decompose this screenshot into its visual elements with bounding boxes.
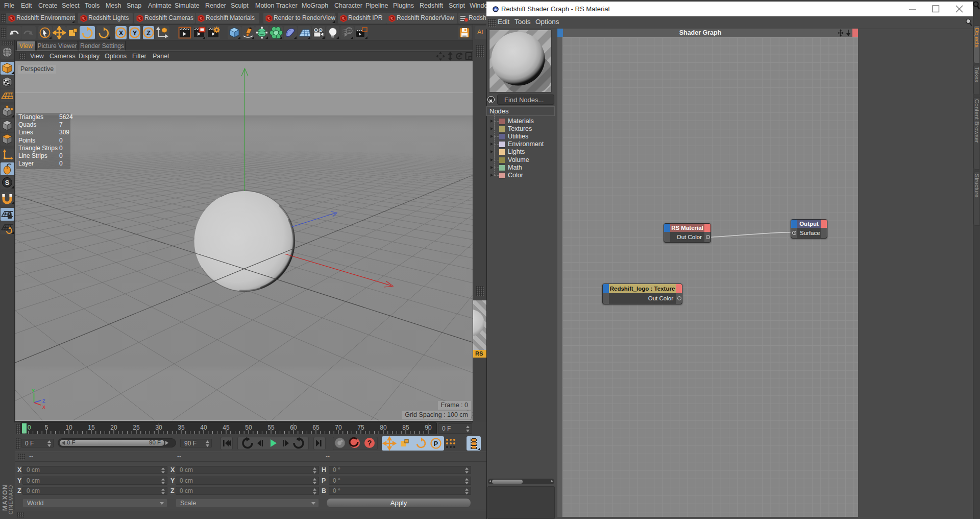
- svg-text:70: 70: [335, 424, 342, 431]
- svg-text:55: 55: [267, 424, 275, 431]
- svg-text:5: 5: [45, 424, 48, 431]
- svg-text:20: 20: [110, 424, 117, 431]
- svg-text:10: 10: [65, 424, 72, 431]
- svg-text:40: 40: [200, 424, 207, 431]
- svg-text:Z: Z: [42, 398, 45, 404]
- svg-text:85: 85: [402, 424, 409, 431]
- svg-text:60: 60: [290, 424, 297, 431]
- svg-text:Y: Y: [133, 29, 137, 37]
- svg-text:S: S: [5, 179, 10, 186]
- svg-text:80: 80: [380, 424, 387, 431]
- svg-text:Y: Y: [32, 388, 35, 393]
- svg-text:75: 75: [357, 424, 364, 431]
- svg-text:?: ?: [368, 439, 372, 447]
- svg-text:P: P: [434, 440, 438, 447]
- svg-text:30: 30: [155, 424, 162, 431]
- svg-text:25: 25: [133, 424, 140, 431]
- svg-text:X: X: [119, 29, 124, 37]
- svg-text:X: X: [42, 405, 45, 410]
- svg-text:0: 0: [28, 424, 31, 431]
- svg-text:35: 35: [178, 424, 185, 431]
- svg-text:45: 45: [223, 424, 230, 431]
- svg-text:50: 50: [245, 424, 252, 431]
- svg-text:90: 90: [425, 424, 432, 431]
- svg-text:15: 15: [88, 424, 95, 431]
- svg-text:65: 65: [312, 424, 320, 431]
- svg-text:Z: Z: [146, 29, 151, 37]
